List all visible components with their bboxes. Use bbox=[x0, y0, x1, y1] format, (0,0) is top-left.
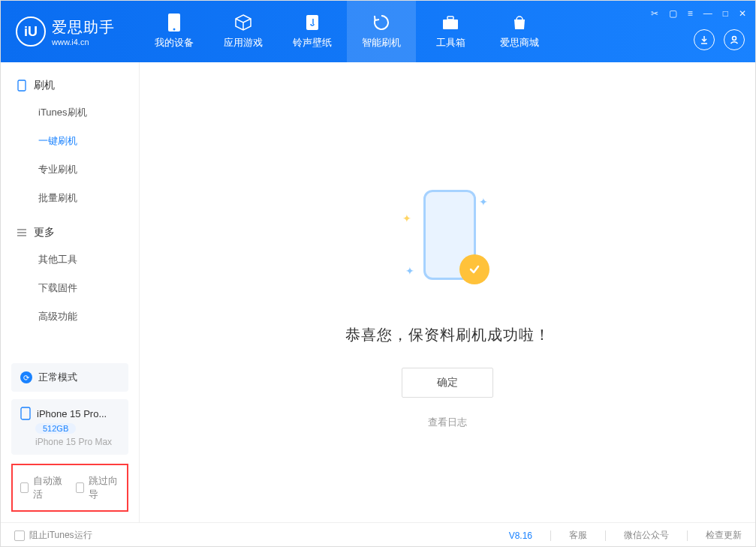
spark-icon: ✦ bbox=[405, 265, 414, 277]
confirm-button[interactable]: 确定 bbox=[402, 368, 493, 398]
main-content: ✦ ✦ ✦ 恭喜您，保资料刷机成功啦！ 确定 查看日志 bbox=[140, 62, 755, 522]
logo-text: 爱思助手 www.i4.cn bbox=[52, 17, 115, 47]
svg-rect-6 bbox=[18, 80, 26, 91]
checkbox-label: 跳过向导 bbox=[89, 474, 119, 501]
footer: 阻止iTunes运行 V8.16 客服 微信公众号 检查更新 bbox=[1, 522, 755, 547]
device-name: iPhone 15 Pro... bbox=[37, 408, 107, 419]
separator bbox=[687, 530, 688, 541]
svg-rect-3 bbox=[443, 20, 458, 29]
view-log-link[interactable]: 查看日志 bbox=[428, 416, 467, 429]
nav-label: 智能刷机 bbox=[362, 36, 401, 50]
nav-label: 应用游戏 bbox=[224, 36, 263, 50]
header-actions bbox=[694, 29, 745, 50]
spark-icon: ✦ bbox=[402, 212, 411, 224]
more-lines-icon bbox=[16, 227, 28, 239]
checkbox-skip-guide[interactable]: 跳过向导 bbox=[76, 474, 119, 501]
checkbox-auto-activate[interactable]: 自动激活 bbox=[20, 474, 64, 501]
nav-my-device[interactable]: 我的设备 bbox=[140, 1, 209, 62]
nav-smart-flash[interactable]: 智能刷机 bbox=[347, 1, 416, 62]
group-title: 刷机 bbox=[34, 79, 55, 92]
device-full-name: iPhone 15 Pro Max bbox=[35, 437, 119, 447]
toolbox-icon bbox=[441, 14, 459, 32]
maximize-icon[interactable]: □ bbox=[723, 8, 728, 19]
nav-apps-games[interactable]: 应用游戏 bbox=[209, 1, 278, 62]
device-small-icon bbox=[20, 407, 31, 420]
spark-icon: ✦ bbox=[479, 196, 488, 208]
app-subtitle: www.i4.cn bbox=[52, 38, 115, 47]
nav-label: 工具箱 bbox=[436, 36, 465, 50]
sidebar-group-flash[interactable]: 刷机 bbox=[1, 73, 139, 98]
checkbox-label: 阻止iTunes运行 bbox=[29, 529, 92, 542]
svg-point-1 bbox=[173, 29, 176, 31]
version-label: V8.16 bbox=[509, 530, 532, 541]
sidebar-item-oneclick-flash[interactable]: 一键刷机 bbox=[1, 127, 139, 155]
sidebar: 刷机 iTunes刷机 一键刷机 专业刷机 批量刷机 更多 其他工具 下载固件 … bbox=[1, 62, 140, 522]
sidebar-item-batch-flash[interactable]: 批量刷机 bbox=[1, 184, 139, 212]
highlighted-options: 自动激活 跳过向导 bbox=[11, 464, 128, 512]
cube-icon bbox=[234, 14, 252, 32]
storage-badge: 512GB bbox=[35, 423, 76, 434]
checkbox-block-itunes[interactable]: 阻止iTunes运行 bbox=[14, 529, 92, 542]
minimize-icon[interactable]: — bbox=[703, 8, 712, 19]
sidebar-item-download-firmware[interactable]: 下载固件 bbox=[1, 274, 139, 302]
checkbox-icon bbox=[20, 482, 29, 493]
sidebar-bottom: ⟳ 正常模式 iPhone 15 Pro... 512GB iPhone 15 … bbox=[1, 363, 139, 522]
nav-label: 铃声壁纸 bbox=[293, 36, 332, 50]
music-icon bbox=[303, 14, 321, 32]
svg-point-5 bbox=[733, 37, 736, 41]
phone-small-icon bbox=[16, 80, 28, 92]
download-button[interactable] bbox=[694, 29, 715, 50]
footer-link-service[interactable]: 客服 bbox=[569, 529, 587, 542]
device-mode-box[interactable]: ⟳ 正常模式 bbox=[11, 363, 128, 392]
user-button[interactable] bbox=[724, 29, 745, 50]
skin-icon[interactable]: ✂ bbox=[651, 8, 658, 19]
sidebar-item-advanced[interactable]: 高级功能 bbox=[1, 302, 139, 331]
app-logo-icon: iU bbox=[16, 17, 46, 47]
phone-icon[interactable]: ▢ bbox=[669, 8, 677, 19]
sidebar-item-other-tools[interactable]: 其他工具 bbox=[1, 245, 139, 274]
footer-link-wechat[interactable]: 微信公众号 bbox=[624, 529, 669, 542]
success-illustration: ✦ ✦ ✦ bbox=[395, 182, 500, 302]
nav-label: 我的设备 bbox=[155, 36, 194, 50]
main-nav: 我的设备 应用游戏 铃声壁纸 智能刷机 工具箱 爱思商城 bbox=[140, 1, 554, 62]
footer-link-update[interactable]: 检查更新 bbox=[706, 529, 742, 542]
nav-ringtones[interactable]: 铃声壁纸 bbox=[278, 1, 347, 62]
sidebar-item-pro-flash[interactable]: 专业刷机 bbox=[1, 155, 139, 184]
svg-rect-4 bbox=[447, 17, 453, 20]
body: 刷机 iTunes刷机 一键刷机 专业刷机 批量刷机 更多 其他工具 下载固件 … bbox=[1, 62, 755, 522]
nav-toolbox[interactable]: 工具箱 bbox=[416, 1, 485, 62]
nav-label: 爱思商城 bbox=[500, 36, 539, 50]
close-icon[interactable]: ✕ bbox=[739, 8, 746, 19]
svg-rect-7 bbox=[21, 407, 30, 419]
device-info-box[interactable]: iPhone 15 Pro... 512GB iPhone 15 Pro Max bbox=[11, 399, 128, 455]
device-icon bbox=[165, 14, 183, 32]
checkbox-icon bbox=[14, 530, 25, 541]
checkmark-badge-icon bbox=[459, 254, 489, 284]
bag-icon bbox=[511, 14, 529, 32]
app-header: iU 爱思助手 www.i4.cn 我的设备 应用游戏 铃声壁纸 智能刷机 工具… bbox=[1, 1, 755, 62]
device-head: iPhone 15 Pro... bbox=[20, 407, 119, 420]
checkbox-label: 自动激活 bbox=[33, 474, 64, 501]
sidebar-item-itunes-flash[interactable]: iTunes刷机 bbox=[1, 98, 139, 127]
window-controls: ✂ ▢ ≡ — □ ✕ bbox=[651, 8, 746, 19]
nav-store[interactable]: 爱思商城 bbox=[485, 1, 554, 62]
refresh-icon bbox=[372, 14, 390, 32]
mode-label: 正常模式 bbox=[38, 371, 77, 384]
separator bbox=[605, 530, 606, 541]
footer-right: V8.16 客服 微信公众号 检查更新 bbox=[509, 529, 742, 542]
sidebar-group-more[interactable]: 更多 bbox=[1, 220, 139, 245]
logo-area: iU 爱思助手 www.i4.cn bbox=[1, 17, 140, 47]
app-title: 爱思助手 bbox=[52, 17, 115, 38]
success-message: 恭喜您，保资料刷机成功啦！ bbox=[345, 325, 550, 345]
refresh-small-icon: ⟳ bbox=[20, 371, 32, 383]
menu-icon[interactable]: ≡ bbox=[688, 8, 693, 19]
svg-rect-2 bbox=[306, 15, 318, 30]
group-title: 更多 bbox=[34, 226, 55, 239]
separator bbox=[550, 530, 551, 541]
checkbox-icon bbox=[76, 482, 84, 493]
